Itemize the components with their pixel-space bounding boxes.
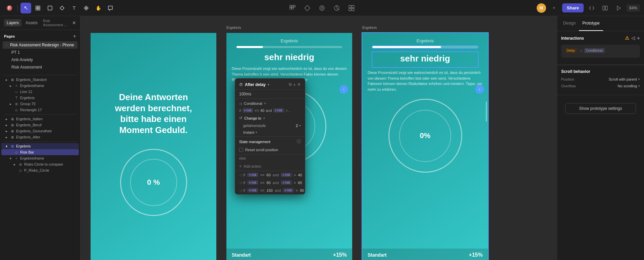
layer-rect17[interactable]: ◇ Rectangle 17 — [1, 107, 79, 113]
tool-share-design[interactable] — [346, 3, 357, 13]
popup-state-dropdown[interactable]: ▾ — [299, 124, 301, 127]
popup-reset-scroll-checkbox[interactable] — [239, 148, 243, 152]
cond-var2-0: #risk — [281, 173, 292, 177]
popup-header: ⏱ After delay ▾ ⧉ + ✕ — [235, 79, 305, 90]
toolbar-left: F ↖ T ✋ — [4, 3, 534, 13]
tab-prototype[interactable]: Prototype — [579, 16, 603, 31]
popup-instant-dropdown[interactable]: ▾ — [256, 131, 257, 134]
popup-cond-dropdown[interactable]: ▾ — [264, 102, 266, 105]
page-item-0[interactable]: ✓ Risk Assessment Redesign - Phone — [3, 41, 77, 49]
present-btn[interactable] — [613, 3, 624, 13]
layer-ergebnis-text[interactable]: T Ergebnis — [1, 95, 79, 101]
tool-plugin-center[interactable] — [317, 3, 327, 13]
popup-cond-label: Conditional — [244, 101, 262, 105]
layer-label-13: Risks Circle to compare — [24, 162, 63, 166]
popup-copy-icon[interactable]: ⧉ — [289, 82, 292, 87]
popup-cond-item-2[interactable]: ◁ If #risk <= 150 and #risk > 80 — [235, 186, 305, 194]
scroll-behavior-section: Scroll behavior Position Scroll with par… — [557, 65, 644, 95]
layer-ergebnisframe-2[interactable]: ▾ + Ergebnisframe — [1, 155, 79, 161]
layer-line12[interactable]: — Line 12 — [1, 89, 79, 95]
overflow-value[interactable]: No scrolling ▾ — [618, 84, 640, 88]
tool-shape[interactable] — [45, 3, 55, 13]
interaction-item-0[interactable]: Delay ◁ Conditional — [561, 45, 640, 58]
position-label: Position — [561, 77, 574, 81]
overflow-dropdown-icon: ▾ — [638, 84, 640, 88]
popup-add-action[interactable]: + Add action — [235, 162, 305, 171]
layer-type-icon-12: + — [14, 157, 19, 160]
loading-circle: 0 % — [120, 149, 187, 216]
layer-risks-circle[interactable]: ▸ ⊞ Risks Circle to compare — [1, 161, 79, 167]
interaction-row-0: Delay ◁ Conditional — [565, 48, 637, 53]
popup-var1-chip[interactable]: # risk — [243, 108, 254, 113]
pages-add-icon[interactable]: + — [73, 33, 76, 39]
popup-change-dropdown[interactable]: ▾ — [263, 117, 265, 120]
page-item-1[interactable]: PT 1 — [3, 49, 77, 56]
tab-design[interactable]: Design — [560, 16, 579, 31]
tool-hand[interactable]: ✋ — [93, 3, 104, 13]
code-view[interactable] — [586, 3, 597, 13]
zoom-level[interactable]: 84% — [627, 4, 640, 12]
layer-p-risks-circle[interactable]: ◇ P_Risks_Circle — [1, 167, 79, 173]
layer-ergebnis-standort[interactable]: ▸ ⊞ Ergebnis_Standort — [1, 77, 79, 83]
result1-nav-btn[interactable]: ‹ — [339, 85, 348, 94]
tool-components[interactable] — [81, 3, 92, 13]
sep1 — [17, 5, 18, 11]
cond-val1-0: 60 — [267, 173, 271, 177]
layer-risk-bar[interactable]: ◇ Risk Bar — [1, 149, 79, 155]
frame-loading[interactable]: Deine Antworten werden berechnet, bitte … — [91, 33, 216, 260]
popup-cond-item-0[interactable]: ◁ If #risk <= 60 and #risk > 40 — [235, 171, 305, 179]
result2-standart-pct: +15% — [469, 252, 483, 258]
right-panel: Design Prototype Interactions ⚠ ◁ + Dela… — [557, 16, 644, 260]
layer-ergebnis-beruf[interactable]: ▸ ⊞ Ergebnis_Beruf — [1, 122, 79, 128]
divider-1 — [4, 114, 76, 115]
tab-assets[interactable]: Assets — [23, 19, 40, 27]
tool-text[interactable]: T — [69, 3, 79, 13]
tab-layers[interactable]: Layers — [4, 19, 21, 27]
share-button[interactable]: Share — [562, 3, 584, 12]
popup-var2-chip[interactable]: # risk — [273, 108, 284, 113]
layer-label-3: Ergebnis — [20, 96, 35, 100]
layer-group70[interactable]: ▸ ⊞ Group 70 — [1, 101, 79, 107]
frame-result2[interactable]: Ergebnis sehr niedrig ‹ Diese Prozentzah… — [362, 33, 488, 260]
popup-info-icon[interactable]: ⓘ — [297, 139, 301, 144]
popup-close-icon[interactable]: ✕ — [297, 82, 301, 87]
tool-comment[interactable] — [105, 3, 116, 13]
tool-grid-center[interactable] — [287, 3, 298, 13]
popup-title-dropdown[interactable]: ▾ — [268, 83, 269, 86]
popup-more[interactable]: >... — [285, 109, 291, 113]
figma-logo[interactable]: F — [4, 3, 15, 13]
show-prototype-settings-btn[interactable]: Show prototype settings — [565, 103, 636, 114]
interactions-back-icon[interactable]: ◁ — [631, 35, 635, 41]
user-avatar[interactable]: M — [537, 3, 546, 13]
layer-ergebnis-italien[interactable]: ▸ ⊞ Ergebnis_Italien — [1, 116, 79, 122]
split-view[interactable] — [600, 3, 610, 13]
cond-arrow-1: ◁ — [239, 181, 242, 184]
tool-pen[interactable] — [57, 3, 67, 13]
layer-ergebnis-gesundheit[interactable]: ▸ ⊞ Ergebnis_Gesundheit — [1, 128, 79, 134]
layer-icon-7: ▸ — [4, 123, 9, 127]
tool-frame[interactable] — [33, 3, 43, 13]
result2-nav-btn[interactable]: ‹ — [475, 85, 484, 94]
tool-component-center[interactable] — [302, 3, 313, 13]
interactions-add-icon[interactable]: + — [637, 35, 640, 41]
popup-add-icon[interactable]: + — [293, 82, 296, 87]
layer-ergebnisframe[interactable]: ▸ + Ergebnisframe — [1, 83, 79, 89]
layer-ergebnis-alter[interactable]: ▸ ⊞ Ergebnis_Alter — [1, 134, 79, 140]
layer-ergebnis-group[interactable]: ▾ ⊞ Ergebnis — [1, 143, 79, 149]
page-item-2[interactable]: Anti-Anxiety — [3, 56, 77, 63]
popup-change-label[interactable]: Change to — [244, 116, 261, 120]
tool-move[interactable]: ↖ — [20, 3, 31, 13]
svg-rect-15 — [349, 5, 351, 8]
layer-icon-6: ▸ — [4, 117, 9, 121]
panel-close-icon[interactable]: ✕ — [72, 20, 76, 26]
popup-instant-label[interactable]: Instant — [243, 130, 254, 134]
page-item-3[interactable]: Risk Assessment — [3, 63, 77, 71]
avatar-dropdown[interactable]: ▾ — [549, 3, 559, 13]
popup-delay-value[interactable]: 100ms — [235, 90, 305, 99]
layer-type-icon-1: + — [14, 84, 19, 88]
popup-checkbox-row: Reset scroll position — [235, 146, 305, 155]
tool-theme-center[interactable] — [331, 3, 342, 13]
frame-label-2: Ergebnis — [362, 26, 377, 30]
position-value[interactable]: Scroll with parent ▾ — [609, 77, 640, 81]
popup-cond-item-1[interactable]: ◁ If #risk <= 80 and #risk > 60 — [235, 179, 305, 186]
